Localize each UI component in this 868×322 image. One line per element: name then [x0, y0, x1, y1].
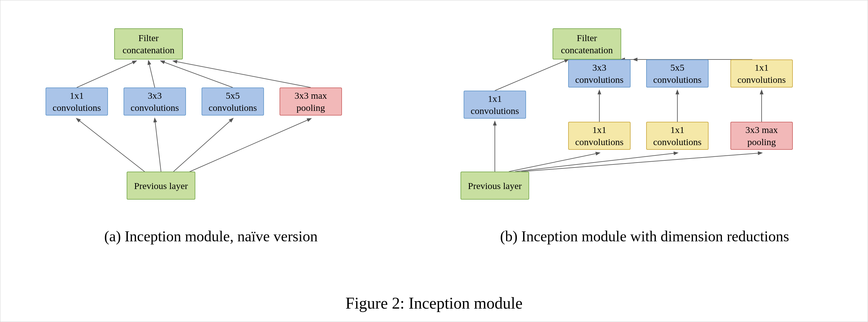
conv1x1-mp-b: 1x1 convolutions	[731, 60, 793, 87]
svg-line-4	[77, 61, 136, 87]
conv1x1-direct-b: 1x1 convolutions	[464, 91, 526, 119]
caption-b: (b) Inception module with dimension redu…	[500, 228, 789, 245]
caption-a: (a) Inception module, naïve version	[104, 228, 318, 245]
svg-line-3	[183, 119, 311, 175]
conv1x1-a: 1x1 convolutions	[45, 87, 108, 115]
prev-layer-b: Previous layer	[461, 172, 529, 200]
diagram-b-section: Filter concatenation 1x1 convolutions 3x…	[434, 10, 855, 245]
diagrams-row: Filter concatenation 1x1 convolutions 3x…	[13, 10, 855, 291]
prev-layer-a: Previous layer	[127, 172, 195, 200]
conv3x3-b: 3x3 convolutions	[568, 60, 630, 87]
svg-line-11	[521, 153, 762, 172]
svg-line-1	[155, 119, 161, 172]
svg-line-5	[149, 61, 155, 87]
diagram-a-arrows	[39, 10, 382, 221]
svg-line-10	[515, 153, 677, 172]
diagram-a-canvas: Filter concatenation 1x1 convolutions 3x…	[39, 10, 382, 221]
conv5x5-b: 5x5 convolutions	[646, 60, 709, 87]
svg-line-7	[174, 61, 311, 87]
svg-line-12	[495, 60, 568, 91]
conv1x1-b5-b: 1x1 convolutions	[646, 122, 709, 150]
svg-line-6	[161, 61, 233, 87]
figure-caption: Figure 2: Inception module	[13, 294, 855, 312]
svg-line-9	[509, 153, 599, 172]
conv5x5-a: 5x5 convolutions	[202, 87, 264, 115]
filter-concat-b: Filter concatenation	[553, 28, 621, 60]
diagram-a-section: Filter concatenation 1x1 convolutions 3x…	[13, 10, 409, 245]
main-container: Filter concatenation 1x1 convolutions 3x…	[0, 0, 868, 322]
maxpool-a: 3x3 max pooling	[280, 87, 342, 115]
conv3x3-a: 3x3 convolutions	[124, 87, 186, 115]
svg-line-0	[77, 119, 149, 175]
conv1x1-b3-b: 1x1 convolutions	[568, 122, 630, 150]
diagram-b-canvas: Filter concatenation 1x1 convolutions 3x…	[434, 10, 855, 221]
filter-concat-a: Filter concatenation	[114, 28, 183, 60]
svg-line-2	[174, 119, 233, 172]
maxpool-b: 3x3 max pooling	[731, 122, 793, 150]
